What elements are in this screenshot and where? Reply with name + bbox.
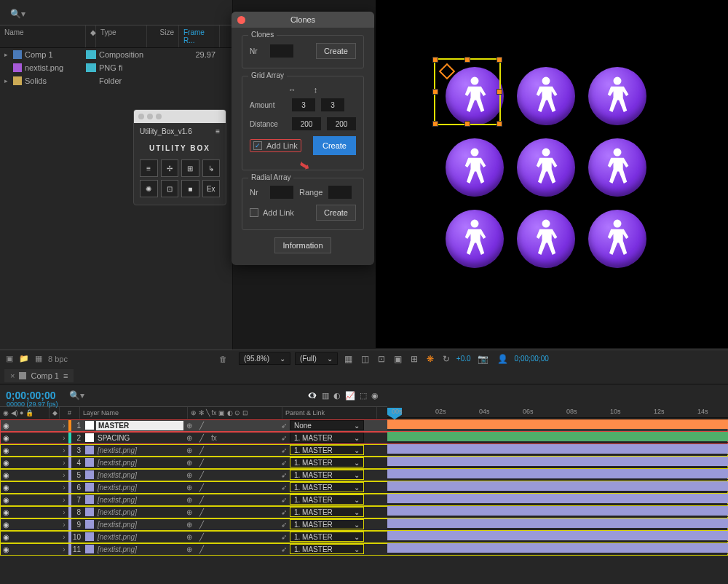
layer-bar[interactable] [387, 543, 728, 553]
information-button[interactable]: Information [274, 237, 331, 253]
visibility-icon[interactable]: ◉ [3, 446, 11, 454]
viewer-token[interactable] [511, 204, 581, 274]
grid-create-button[interactable]: Create [313, 136, 356, 155]
utility-tool-button[interactable]: ■ [181, 180, 199, 197]
layer-bar-track[interactable] [387, 492, 728, 505]
search-icon[interactable]: 🔍▾ [10, 9, 25, 19]
visibility-icon[interactable]: ◉ [3, 521, 11, 529]
layer-bar-track[interactable] [387, 418, 728, 430]
viewer-token[interactable] [511, 61, 581, 131]
visibility-icon[interactable]: ◉ [3, 533, 11, 541]
parent-dropdown[interactable]: 1. MASTER⌄ [290, 433, 364, 443]
viewer-token[interactable] [511, 133, 581, 202]
pickwhip-icon[interactable]: ➶ [278, 508, 290, 516]
parent-dropdown[interactable]: None⌄ [290, 420, 364, 430]
layer-switches[interactable]: ⊕╱ [183, 459, 278, 467]
twirl-icon[interactable]: › [60, 545, 68, 553]
add-link-checkbox[interactable]: ✓ [253, 141, 262, 150]
pickwhip-icon[interactable]: ➶ [278, 446, 290, 454]
resolution-dropdown[interactable]: (Full)⌄ [295, 352, 338, 365]
layer-bar[interactable] [387, 494, 728, 503]
frame-blend-icon[interactable]: ▥ [322, 391, 329, 400]
snapshot-icon[interactable]: 📷 [475, 354, 491, 364]
layer-name[interactable]: [nextist.png] [96, 496, 183, 504]
parent-dropdown[interactable]: 1. MASTER⌄ [290, 507, 364, 517]
col-size[interactable]: Size [147, 25, 179, 47]
radial-nr-input[interactable] [270, 186, 293, 199]
layer-bar[interactable] [387, 457, 728, 466]
utility-box-titlebar[interactable] [134, 110, 226, 123]
bpc-toggle[interactable]: 8 bpc [48, 355, 68, 363]
project-row[interactable]: ▸SolidsFolder [0, 74, 232, 87]
project-row[interactable]: nextist.pngPNG fi [0, 61, 232, 74]
trash-icon[interactable]: 🗑 [219, 355, 227, 363]
col-index[interactable]: # [60, 407, 80, 419]
parent-dropdown[interactable]: 1. MASTER⌄ [290, 519, 364, 529]
mask-icon[interactable]: ◫ [359, 354, 371, 364]
col-framerate[interactable]: Frame R... [179, 25, 220, 47]
interpret-icon[interactable]: ▣ [6, 354, 13, 363]
close-icon[interactable]: × [10, 371, 15, 380]
amount-x-input[interactable] [292, 98, 315, 111]
col-layer-name[interactable]: Layer Name [80, 407, 188, 419]
label-tag[interactable] [86, 50, 96, 59]
viewer-token[interactable] [440, 204, 510, 274]
utility-box-panel[interactable]: Utility_Box_v1.6 ≡ UTILITY BOX ≡✢⊞↳✺⊡■Ex [133, 109, 226, 205]
safe-zones-icon[interactable]: ⊡ [376, 354, 387, 364]
col-name[interactable]: Name [0, 25, 86, 47]
parent-dropdown[interactable]: 1. MASTER⌄ [290, 445, 364, 455]
layer-bar[interactable] [387, 419, 728, 429]
clones-dialog[interactable]: Clones Clones Nr Create Grid Array ↔↕ Am… [232, 12, 374, 265]
pickwhip-icon[interactable]: ➶ [278, 533, 290, 541]
parent-dropdown[interactable]: 1. MASTER⌄ [290, 470, 364, 480]
radial-create-button[interactable]: Create [316, 205, 356, 221]
layer-bar-track[interactable] [387, 529, 728, 542]
graph-editor-icon[interactable]: 📈 [345, 391, 355, 400]
pickwhip-icon[interactable]: ➶ [278, 545, 290, 553]
col-type[interactable]: Type [96, 25, 147, 47]
utility-tool-button[interactable]: ↳ [202, 159, 221, 177]
distance-y-input[interactable] [327, 117, 356, 130]
handle-icon[interactable] [432, 121, 438, 127]
layer-name[interactable]: [nextist.png] [96, 545, 183, 553]
grid-icon[interactable]: ▣ [392, 354, 404, 364]
twirl-icon[interactable]: › [60, 484, 68, 492]
time-ruler[interactable]: 00s02s04s06s08s10s12s14s [387, 406, 728, 418]
layer-switches[interactable]: ⊕╱ [183, 545, 278, 553]
handle-icon[interactable] [432, 89, 438, 95]
twirl-icon[interactable]: › [60, 459, 68, 467]
timeline-search-icon[interactable]: 🔍▾ [69, 390, 84, 400]
parent-dropdown[interactable]: 1. MASTER⌄ [290, 532, 364, 542]
utility-tool-button[interactable]: ✢ [161, 159, 179, 177]
zoom-dropdown[interactable]: (95.8%)⌄ [239, 352, 290, 365]
motion-blur-icon[interactable]: ◐ [333, 391, 341, 400]
layer-name[interactable]: [nextist.png] [96, 459, 183, 467]
composition-viewer[interactable] [376, 0, 728, 348]
clones-nr-input[interactable] [270, 44, 293, 58]
viewer-token[interactable] [582, 133, 652, 202]
render-icon[interactable]: ◉ [371, 391, 379, 400]
amount-y-input[interactable] [321, 98, 344, 111]
twirl-icon[interactable]: › [60, 521, 68, 529]
viewer-token[interactable] [440, 133, 510, 202]
visibility-icon[interactable]: ◉ [3, 545, 11, 553]
parent-dropdown[interactable]: 1. MASTER⌄ [290, 494, 364, 505]
layer-switches[interactable]: ⊕╱ [183, 422, 278, 430]
layer-bar-track[interactable] [387, 542, 728, 554]
label-tag[interactable] [86, 63, 96, 72]
col-tag[interactable]: ◆ [86, 25, 96, 47]
radial-range-input[interactable] [328, 186, 352, 199]
utility-tool-button[interactable]: ⊞ [181, 159, 199, 177]
panel-menu-icon[interactable]: ≡ [215, 127, 220, 135]
layer-switches[interactable]: ⊕╱fx [183, 434, 278, 442]
project-row[interactable]: ▸Comp 1Composition29.97 [0, 48, 232, 61]
selection-box[interactable] [434, 58, 501, 125]
pickwhip-icon[interactable]: ➶ [278, 496, 290, 504]
timeline-tab[interactable]: ×Comp 1≡ [4, 369, 74, 382]
parent-dropdown[interactable]: 1. MASTER⌄ [290, 544, 364, 554]
handle-icon[interactable] [432, 57, 438, 63]
layer-bar-track[interactable] [387, 467, 728, 480]
layer-name[interactable]: [nextist.png] [96, 471, 183, 479]
layer-bar[interactable] [387, 518, 728, 528]
layer-switches[interactable]: ⊕╱ [183, 484, 278, 492]
